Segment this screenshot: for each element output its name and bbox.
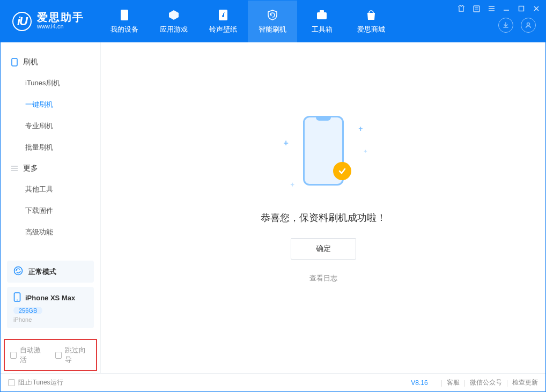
storage-badge: 256GB [13,307,42,314]
highlighted-checkbox-row: 自动激活 跳过向导 [4,339,97,371]
checkbox-label: 跳过向导 [65,345,91,365]
sparkle-icon: ✦ [364,149,367,154]
svg-rect-11 [519,6,524,11]
device-card[interactable]: iPhone XS Max 256GB iPhone [7,287,94,328]
mode-label: 正常模式 [28,267,56,277]
sidebar-menu: 刷机 iTunes刷机 一键刷机 专业刷机 批量刷机 更多 其他工具 下载固件 … [1,42,100,243]
sidebar-group-more: 更多 [1,158,100,179]
main-tabs: 我的设备 应用游戏 铃声壁纸 智能刷机 工具箱 [100,1,396,42]
check-icon [333,162,351,180]
footer-link-support[interactable]: 客服 [447,378,460,387]
checkbox-label: 阻止iTunes运行 [18,378,63,387]
success-message: 恭喜您，保资料刷机成功啦！ [261,211,386,224]
svg-rect-2 [317,12,327,19]
music-file-icon [217,9,230,21]
checkbox-icon [8,379,15,386]
device-type: iPhone [13,316,32,323]
menu-itunes-flash[interactable]: iTunes刷机 [1,72,100,94]
sidebar: 刷机 iTunes刷机 一键刷机 专业刷机 批量刷机 更多 其他工具 下载固件 … [1,42,101,373]
group-title: 更多 [23,164,38,173]
checkbox-icon [55,352,62,359]
view-log-link[interactable]: 查看日志 [309,273,337,283]
sparkle-icon: ✦ [290,182,294,188]
sync-icon [13,266,23,277]
app-title: 爱思助手 [37,12,84,23]
phone-small-icon [10,58,19,66]
sidebar-group-flash: 刷机 [1,52,100,72]
tab-apps[interactable]: 应用游戏 [149,1,198,42]
footer-link-wechat[interactable]: 微信公众号 [470,378,502,387]
refresh-shield-icon [266,9,279,21]
menu-icon[interactable] [486,4,496,13]
menu-pro-flash[interactable]: 专业刷机 [1,115,100,137]
block-itunes-checkbox[interactable]: 阻止iTunes运行 [8,378,63,387]
checkbox-label: 自动激活 [20,345,46,365]
tab-label: 爱思商城 [357,25,385,34]
svg-point-21 [17,300,18,301]
minimize-icon[interactable] [501,4,511,13]
phone-icon [118,9,131,21]
menu-batch-flash[interactable]: 批量刷机 [1,137,100,158]
svg-rect-3 [320,10,324,12]
body: 刷机 iTunes刷机 一键刷机 专业刷机 批量刷机 更多 其他工具 下载固件 … [1,42,545,373]
download-icon[interactable] [498,18,513,33]
device-phone-icon [13,292,21,304]
footer: 阻止iTunes运行 V8.16 | 客服 | 微信公众号 | 检查更新 [1,373,545,391]
tab-flash[interactable]: 智能刷机 [248,1,297,42]
logo-text: 爱思助手 www.i4.cn [37,12,84,31]
app-header: iU 爱思助手 www.i4.cn 我的设备 应用游戏 铃声壁纸 [1,1,545,42]
user-icon[interactable] [521,18,536,33]
svg-rect-15 [12,58,17,66]
list-icon [10,164,19,173]
tab-label: 铃声壁纸 [209,25,237,34]
tab-label: 我的设备 [110,25,138,34]
tab-my-device[interactable]: 我的设备 [100,1,149,42]
sparkle-icon: + [284,138,289,148]
footer-link-update[interactable]: 检查更新 [512,378,538,387]
header-actions [498,18,536,33]
menu-download-firmware[interactable]: 下载固件 [1,200,100,221]
menu-advanced[interactable]: 高级功能 [1,221,100,243]
tab-ringtones[interactable]: 铃声壁纸 [198,1,248,42]
logo-icon: iU [12,12,32,31]
close-icon[interactable] [532,4,541,13]
device-name: iPhone XS Max [25,294,75,302]
version-text: V8.16 [411,379,427,387]
confirm-button[interactable]: 确定 [291,238,356,260]
briefcase-icon [315,9,328,21]
main-content: + ✦ + ✦ 恭喜您，保资料刷机成功啦！ 确定 查看日志 [101,42,545,373]
app-subtitle: www.i4.cn [37,23,84,31]
maximize-icon[interactable] [517,4,526,13]
mode-card[interactable]: 正常模式 [7,261,94,283]
success-illustration: + ✦ + ✦ [281,112,366,197]
svg-point-14 [527,23,530,26]
tab-toolbox[interactable]: 工具箱 [297,1,346,42]
tab-label: 工具箱 [312,25,333,34]
bag-icon [365,9,378,21]
group-title: 刷机 [23,57,38,67]
cube-icon [167,9,180,21]
menu-oneclick-flash[interactable]: 一键刷机 [1,94,100,115]
tab-label: 智能刷机 [259,25,286,34]
footer-links: | 客服 | 微信公众号 | 检查更新 [441,378,538,387]
sidebar-bottom: 正常模式 iPhone XS Max 256GB iPhone [1,254,100,335]
skip-guide-checkbox[interactable]: 跳过向导 [55,345,91,365]
sparkle-icon: + [358,124,363,133]
note-icon[interactable] [471,4,481,13]
svg-rect-0 [121,10,128,20]
tab-store[interactable]: 爱思商城 [346,1,396,42]
checkbox-icon [10,352,17,359]
tab-label: 应用游戏 [160,25,188,34]
logo: iU 爱思助手 www.i4.cn [1,12,100,31]
menu-other-tools[interactable]: 其他工具 [1,179,100,200]
window-controls [456,4,541,13]
shirt-icon[interactable] [456,4,466,13]
auto-activate-checkbox[interactable]: 自动激活 [10,345,46,365]
svg-point-19 [14,267,23,275]
